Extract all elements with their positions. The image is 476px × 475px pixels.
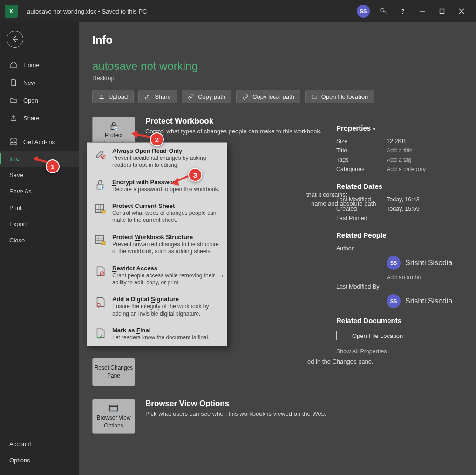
svg-rect-7 [14, 139, 16, 141]
home-icon [9, 61, 18, 69]
show-all-properties[interactable]: Show All Properties [336, 348, 387, 355]
nav-saveas-label: Save As [9, 188, 32, 195]
svg-marker-32 [131, 131, 138, 138]
svg-marker-31 [33, 156, 38, 162]
link-icon [242, 94, 249, 100]
categories-value[interactable]: Add a category [387, 166, 426, 172]
nav-export-label: Export [9, 220, 27, 227]
nav-options[interactable]: Options [0, 452, 79, 468]
upload-icon [98, 94, 105, 100]
nav-new[interactable]: New [0, 74, 79, 91]
tags-label: Tags [336, 157, 387, 163]
modifier-name: Srishti Sisodia [405, 297, 452, 305]
dd-mark-final[interactable]: Mark as FinalLet readers know the docume… [87, 322, 227, 346]
svg-rect-12 [110, 405, 118, 411]
dd-read-only[interactable]: Always Open Read-OnlyPrevent accidental … [87, 143, 227, 174]
nav-account[interactable]: Account [0, 436, 79, 452]
nav-open-label: Open [23, 97, 38, 104]
share-icon [9, 114, 18, 122]
nav-open[interactable]: Open [0, 91, 79, 109]
lock-key-icon [94, 179, 107, 192]
back-button[interactable] [7, 31, 23, 48]
nav-home[interactable]: Home [0, 56, 79, 74]
annotation-marker-1: 1 [46, 159, 60, 173]
annotation-marker-3: 3 [188, 168, 202, 182]
close-button[interactable] [452, 2, 471, 21]
pencil-block-icon [94, 147, 107, 160]
nav-print[interactable]: Print [0, 200, 79, 216]
svg-rect-27 [102, 241, 105, 245]
last-modified-value: Today, 16:43 [387, 196, 420, 203]
browser-view-button[interactable]: Browser View Options [92, 399, 135, 434]
maximize-button[interactable] [432, 2, 452, 21]
svg-rect-8 [11, 142, 13, 145]
dd-protect-structure[interactable]: Protect Workbook StructurePrevent unwant… [87, 229, 227, 260]
user-avatar[interactable]: SS [357, 5, 370, 18]
chevron-down-icon: ▾ [372, 127, 375, 131]
nav-account-label: Account [9, 441, 31, 447]
size-value: 12.2KB [387, 138, 406, 145]
last-modified-label: Last Modified [336, 196, 387, 203]
copy-local-path-button[interactable]: Copy local path [236, 90, 300, 103]
author-label: Author [336, 245, 387, 252]
dd-digital-signature[interactable]: Add a Digital SignatureEnsure the integr… [87, 291, 227, 322]
browser-btn-l2: Options [104, 423, 123, 429]
workbook-lock-icon [94, 234, 107, 247]
doc-title: autosave not working [92, 60, 463, 73]
properties-heading[interactable]: Properties ▾ [336, 124, 462, 132]
nav-save-label: Save [9, 172, 23, 179]
copy-path-button[interactable]: Copy path [182, 90, 231, 103]
restrict-icon [94, 265, 107, 278]
categories-label: Categories [336, 166, 387, 172]
nav-share[interactable]: Share [0, 109, 79, 127]
tags-value[interactable]: Add a tag [387, 157, 412, 163]
svg-point-16 [101, 186, 104, 189]
titlebar-sep: • [96, 8, 102, 15]
comments-icon[interactable] [374, 2, 393, 21]
related-people-heading: Related People [336, 231, 462, 239]
minimize-button[interactable] [413, 2, 432, 21]
nav-new-label: New [23, 79, 35, 86]
folder-icon [336, 331, 347, 340]
related-dates-heading: Related Dates [336, 182, 462, 190]
nav-share-label: Share [23, 115, 40, 122]
annotation-marker-2: 2 [150, 132, 164, 146]
open-file-location-link[interactable]: Open File Location [336, 331, 462, 340]
nav-close[interactable]: Close [0, 232, 79, 248]
help-icon[interactable] [393, 2, 413, 21]
last-printed-label: Last Printed [336, 215, 387, 221]
author-name: Srishti Sisodia [405, 259, 452, 267]
open-file-location-button[interactable]: Open file location [305, 90, 374, 103]
svg-point-30 [97, 303, 101, 307]
action-row: Upload Share Copy path Copy local path O… [92, 90, 463, 103]
modifier-avatar: SS [387, 294, 401, 308]
copy-local-label: Copy local path [252, 93, 294, 100]
reset-changes-button[interactable]: Reset Changes Pane [92, 358, 135, 386]
svg-line-29 [101, 272, 104, 275]
protect-btn-l1: Protect [105, 132, 122, 139]
add-author[interactable]: Add an author [387, 274, 423, 281]
chevron-right-icon: › [221, 272, 223, 279]
backstage-nav: Home New Open Share Get Add-ins Info [0, 22, 79, 475]
title-value[interactable]: Add a title [387, 147, 413, 154]
copy-path-label: Copy path [198, 93, 225, 100]
sheet-lock-icon [94, 202, 107, 215]
created-label: Created [336, 206, 387, 212]
properties-panel: Properties ▾ Size12.2KB TitleAdd a title… [336, 124, 462, 356]
dd-protect-sheet[interactable]: Protect Current SheetControl what types … [87, 198, 227, 229]
nav-save[interactable]: Save [0, 167, 79, 183]
share-button[interactable]: Share [138, 90, 177, 103]
svg-marker-33 [171, 178, 179, 186]
upload-button[interactable]: Upload [92, 90, 134, 103]
nav-saveas[interactable]: Save As [0, 183, 79, 200]
nav-info-label: Info [9, 155, 20, 162]
doc-location: Desktop [92, 75, 463, 82]
nav-close-label: Close [9, 237, 25, 244]
nav-export[interactable]: Export [0, 216, 79, 232]
size-label: Size [336, 138, 387, 145]
svg-point-0 [381, 8, 384, 12]
dd-encrypt-password[interactable]: Encrypt with PasswordRequire a password … [87, 174, 227, 198]
nav-addins[interactable]: Get Add-ins [0, 133, 79, 151]
reset-changes-l1: Reset Changes [95, 365, 133, 372]
dd-restrict-access[interactable]: Restrict AccessGrant people access while… [87, 260, 227, 291]
